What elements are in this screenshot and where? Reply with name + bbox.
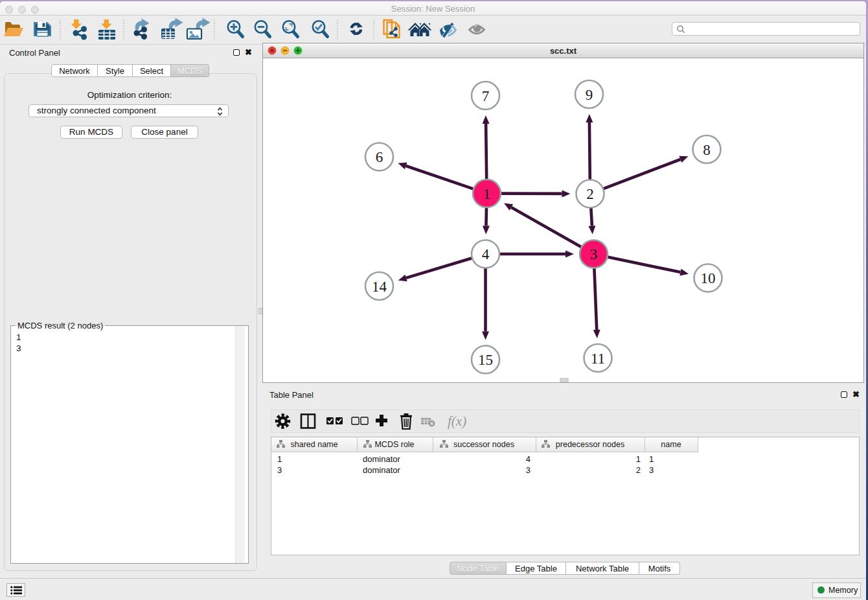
svg-text:7: 7	[482, 88, 490, 104]
svg-text:4: 4	[482, 246, 490, 262]
svg-text:3: 3	[590, 246, 598, 262]
svg-text:9: 9	[586, 87, 593, 103]
svg-text:15: 15	[478, 352, 493, 368]
svg-text:8: 8	[703, 142, 711, 158]
svg-text:6: 6	[376, 149, 383, 165]
svg-text:11: 11	[591, 351, 605, 367]
svg-text:f(x): f(x)	[448, 413, 466, 429]
svg-text:14: 14	[372, 279, 387, 295]
svg-text:1: 1	[483, 186, 491, 202]
svg-text:10: 10	[701, 270, 716, 286]
svg-text:2: 2	[586, 186, 594, 202]
